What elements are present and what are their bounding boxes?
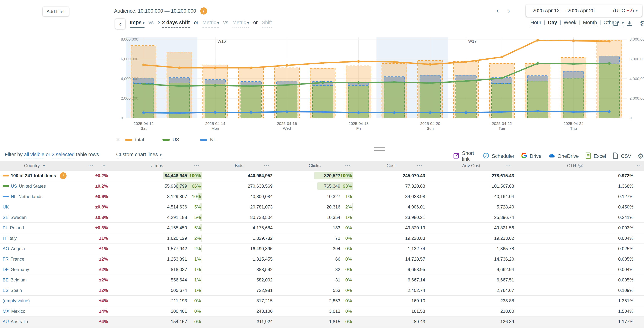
table-row[interactable]: FRFrance±2%1,253,3911%1,315,455660%14,72…: [0, 254, 644, 264]
column-menu-icon[interactable]: ···: [194, 163, 200, 168]
table-row[interactable]: AUAustralia±4%154,1570%311,9241,8150%89.…: [0, 317, 644, 327]
country-code-link[interactable]: ES: [2, 288, 8, 293]
cell-adv-cost: 5,728.40: [427, 202, 516, 212]
column-header-bids[interactable]: Bids ···: [204, 161, 274, 170]
date-range-picker[interactable]: 2025 Apr 12 — 2025 Apr 25 (UTC +2) ▾: [526, 4, 642, 17]
value: 154,157: [171, 319, 187, 324]
country-code-link[interactable]: MX: [2, 309, 9, 314]
add-filter-button[interactable]: Add filter: [43, 7, 69, 16]
pct-of-total: 0%: [340, 236, 353, 241]
all-visible-link[interactable]: all visible: [24, 152, 44, 159]
drive-link[interactable]: Drive: [521, 152, 542, 160]
add-column-button[interactable]: +: [102, 163, 106, 169]
shift-selection[interactable]: × 2 days shift: [158, 20, 190, 25]
timeseries-chart[interactable]: 8,000,0008,000,0006,000,0006,000,0004,00…: [112, 34, 644, 143]
table-row[interactable]: ITItaly±1%1,620,1292%1,829,782720%19,228…: [0, 233, 644, 243]
column-header-ctr[interactable]: CTRf(x): [516, 161, 635, 170]
excel-link[interactable]: Excel: [585, 152, 606, 160]
svg-text:Sun: Sun: [427, 126, 434, 131]
legend-item-total[interactable]: total: [125, 137, 162, 142]
cell-plus-minus: ±1%: [69, 243, 109, 254]
download-icon[interactable]: [625, 19, 634, 27]
country-code-link[interactable]: SE: [2, 215, 8, 220]
table-row[interactable]: 100 of 241 total itemsi±0.2%84,448,94510…: [0, 170, 644, 181]
selected-rows-link[interactable]: 2 selected: [52, 152, 74, 159]
table-row[interactable]: UK±0.8%4,514,6365%20,781,07320,3162%4,90…: [0, 202, 644, 212]
scheduler-link[interactable]: Scheduler: [483, 152, 514, 160]
country-code-link[interactable]: DE: [2, 267, 9, 272]
column-menu-icon[interactable]: ···: [345, 163, 351, 168]
cell-country: AUAustralia: [0, 317, 69, 327]
cell-ctr: 1.368%: [516, 181, 635, 191]
shift-placeholder[interactable]: Shift: [262, 20, 272, 28]
table-row[interactable]: MXMexico±4%200,4010%243,1003,0130%161.53…: [0, 306, 644, 317]
cell-ctr: 0.005%: [516, 275, 635, 285]
column-menu-icon[interactable]: ···: [506, 163, 511, 168]
metric-placeholder-dropdown[interactable]: Metric▾: [202, 20, 219, 28]
chevron-right-icon[interactable]: ›: [508, 6, 510, 15]
primary-metric-dropdown[interactable]: Imps▾: [130, 20, 144, 28]
column-menu-icon[interactable]: ···: [264, 163, 270, 168]
table-row[interactable]: NLNetherlands±0.6%8,129,80710%40,300,084…: [0, 191, 644, 202]
chevron-left-icon[interactable]: ‹: [496, 6, 499, 15]
granularity-month[interactable]: Month: [583, 20, 597, 27]
legend-item-US[interactable]: US: [162, 137, 200, 142]
shortlink-icon: [453, 152, 460, 160]
onedrive-link[interactable]: OneDrive: [548, 152, 579, 160]
table-settings-gear-icon[interactable]: ⚙: [638, 152, 644, 160]
country-code-link[interactable]: UK: [2, 204, 9, 210]
country-code-link[interactable]: PL: [2, 225, 8, 230]
column-menu-icon[interactable]: ···: [637, 163, 642, 168]
cell-ctr: 0.004%: [516, 233, 635, 243]
country-code-link[interactable]: FR: [2, 257, 8, 262]
remove-shift-icon[interactable]: ×: [158, 20, 161, 25]
info-icon[interactable]: i: [200, 7, 207, 14]
separator: |: [544, 20, 545, 25]
value: 2,853: [329, 298, 340, 304]
country-code-link[interactable]: AO: [2, 246, 9, 251]
pct-of-total: 100%: [187, 173, 202, 178]
table-row[interactable]: DEGermany±2%818,0371%888,592320%9,658.95…: [0, 264, 644, 275]
granularity-hour[interactable]: Hour: [530, 20, 542, 27]
table-row[interactable]: AOAngola±1%1,577,9422%16,490,3953940%1,1…: [0, 243, 644, 254]
table-row[interactable]: BEBelgium±2%556,6441%582,002310%6,667.14…: [0, 275, 644, 285]
column-header-cost[interactable]: Cost ···: [355, 161, 427, 170]
cell-plus-minus: ±2%: [69, 275, 109, 285]
table-row[interactable]: SESweden±0.8%4,291,1885%80,738,50410,354…: [0, 212, 644, 223]
country-code-link[interactable]: AU: [2, 319, 9, 324]
table-row[interactable]: USUnited States±0.2%55,936,79966%270,638…: [0, 181, 644, 191]
collapse-metric-panel-button[interactable]: ‹: [115, 19, 125, 29]
country-code-link[interactable]: IT: [2, 236, 6, 241]
open-in-new-icon[interactable]: [612, 19, 620, 27]
info-icon[interactable]: i: [60, 172, 66, 179]
gear-icon[interactable]: ⚙: [639, 19, 644, 27]
horizontal-scrollbar-track[interactable]: [0, 326, 644, 328]
granularity-day[interactable]: Day: [548, 20, 557, 25]
country-code-link[interactable]: US: [11, 183, 17, 189]
column-header-imps[interactable]: ↓ Imps ···: [109, 161, 204, 170]
metric-placeholder-dropdown-2[interactable]: Metric▾: [232, 20, 249, 28]
custom-chart-lines-dropdown[interactable]: Custom chart lines▾: [116, 152, 162, 159]
pct-of-total: 0%: [340, 277, 353, 283]
legend-item-NL[interactable]: NL: [200, 137, 237, 142]
svg-text:Thu: Thu: [570, 126, 577, 131]
svg-text:2025-04-18: 2025-04-18: [348, 121, 368, 126]
csv-link[interactable]: CSV: [612, 152, 631, 160]
country-code-link[interactable]: BE: [2, 277, 8, 283]
granularity-week[interactable]: Week: [564, 20, 576, 27]
short-link-link[interactable]: Short link: [453, 151, 476, 162]
chart-table-splitter-handle[interactable]: [374, 148, 385, 152]
country-code-link[interactable]: (empty value): [2, 298, 30, 304]
country-code-link[interactable]: NL: [11, 194, 16, 199]
column-menu-icon[interactable]: ···: [88, 163, 94, 168]
column-header-adv-cost[interactable]: Adv Cost ···: [427, 161, 516, 170]
cell-bids: 817,215: [204, 296, 274, 306]
table-row[interactable]: PLPoland±0.8%4,155,4505%4,175,6841330%49…: [0, 223, 644, 233]
table-row[interactable]: ESSpain±2%505,6741%722,9815530%2,402.742…: [0, 285, 644, 296]
table-row[interactable]: (empty value)±4%211,1930%817,2152,8530%1…: [0, 296, 644, 306]
column-header-clicks[interactable]: Clicks ···: [274, 161, 355, 170]
close-icon[interactable]: ✕: [116, 137, 120, 143]
column-header-country[interactable]: Country▾: [0, 161, 69, 170]
column-menu-icon[interactable]: ···: [417, 163, 422, 168]
or-label: or: [194, 20, 198, 25]
